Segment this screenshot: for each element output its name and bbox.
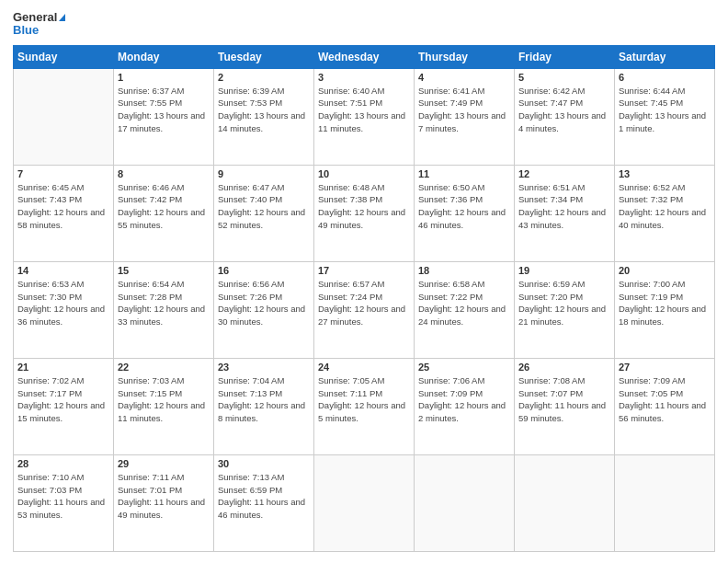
calendar-cell: 17Sunrise: 6:57 AMSunset: 7:24 PMDayligh…	[314, 261, 415, 358]
cell-info: Sunrise: 6:46 AMSunset: 7:42 PMDaylight:…	[118, 181, 210, 232]
weekday-header-sunday: Sunday	[14, 45, 114, 68]
day-number: 23	[218, 362, 310, 373]
cell-info: Sunrise: 6:50 AMSunset: 7:36 PMDaylight:…	[418, 181, 510, 232]
calendar-cell: 29Sunrise: 7:11 AMSunset: 7:01 PMDayligh…	[114, 454, 214, 551]
cell-info: Sunrise: 6:37 AMSunset: 7:55 PMDaylight:…	[118, 85, 210, 135]
day-number: 2	[218, 72, 310, 83]
cell-info: Sunrise: 6:56 AMSunset: 7:26 PMDaylight:…	[218, 278, 310, 328]
cell-info: Sunrise: 7:02 AMSunset: 7:17 PMDaylight:…	[17, 374, 109, 425]
day-number: 18	[418, 265, 510, 276]
weekday-header-thursday: Thursday	[415, 45, 515, 68]
calendar-cell: 26Sunrise: 7:08 AMSunset: 7:07 PMDayligh…	[515, 358, 615, 454]
logo-blue: Blue	[13, 24, 39, 37]
calendar-cell: 7Sunrise: 6:45 AMSunset: 7:43 PMDaylight…	[14, 165, 114, 261]
calendar-cell: 30Sunrise: 7:13 AMSunset: 6:59 PMDayligh…	[214, 454, 314, 551]
logo-general: General	[13, 11, 65, 24]
cell-info: Sunrise: 7:10 AMSunset: 7:03 PMDaylight:…	[17, 471, 109, 522]
week-row-2: 14Sunrise: 6:53 AMSunset: 7:30 PMDayligh…	[14, 261, 715, 358]
calendar-cell	[615, 454, 715, 551]
cell-info: Sunrise: 6:44 AMSunset: 7:45 PMDaylight:…	[619, 85, 711, 135]
calendar-cell: 14Sunrise: 6:53 AMSunset: 7:30 PMDayligh…	[14, 261, 114, 358]
week-row-4: 28Sunrise: 7:10 AMSunset: 7:03 PMDayligh…	[14, 454, 715, 551]
calendar-cell: 10Sunrise: 6:48 AMSunset: 7:38 PMDayligh…	[314, 165, 415, 261]
day-number: 16	[218, 265, 310, 276]
weekday-header-saturday: Saturday	[615, 45, 715, 68]
calendar-cell	[14, 68, 114, 165]
calendar-cell: 9Sunrise: 6:47 AMSunset: 7:40 PMDaylight…	[214, 165, 314, 261]
page: General Blue SundayMondayTuesdayWednesda…	[0, 0, 728, 563]
weekday-header-friday: Friday	[515, 45, 615, 68]
cell-info: Sunrise: 6:53 AMSunset: 7:30 PMDaylight:…	[17, 278, 109, 328]
day-number: 12	[518, 168, 610, 179]
day-number: 17	[318, 265, 410, 276]
cell-info: Sunrise: 6:47 AMSunset: 7:40 PMDaylight:…	[218, 181, 310, 232]
day-number: 7	[17, 168, 109, 179]
cell-info: Sunrise: 6:57 AMSunset: 7:24 PMDaylight:…	[318, 278, 410, 328]
calendar-cell: 8Sunrise: 6:46 AMSunset: 7:42 PMDaylight…	[114, 165, 214, 261]
calendar-cell: 21Sunrise: 7:02 AMSunset: 7:17 PMDayligh…	[14, 358, 114, 454]
calendar-cell: 5Sunrise: 6:42 AMSunset: 7:47 PMDaylight…	[515, 68, 615, 165]
calendar-table: SundayMondayTuesdayWednesdayThursdayFrid…	[13, 45, 715, 552]
weekday-header-monday: Monday	[114, 45, 214, 68]
weekday-header-wednesday: Wednesday	[314, 45, 415, 68]
day-number: 24	[318, 362, 410, 373]
cell-info: Sunrise: 6:48 AMSunset: 7:38 PMDaylight:…	[318, 181, 410, 232]
calendar-cell: 20Sunrise: 7:00 AMSunset: 7:19 PMDayligh…	[615, 261, 715, 358]
day-number: 19	[518, 265, 610, 276]
day-number: 13	[619, 168, 711, 179]
calendar-cell: 2Sunrise: 6:39 AMSunset: 7:53 PMDaylight…	[214, 68, 314, 165]
day-number: 6	[619, 72, 711, 83]
calendar-cell: 24Sunrise: 7:05 AMSunset: 7:11 PMDayligh…	[314, 358, 415, 454]
calendar-cell: 18Sunrise: 6:58 AMSunset: 7:22 PMDayligh…	[415, 261, 515, 358]
cell-info: Sunrise: 7:13 AMSunset: 6:59 PMDaylight:…	[218, 471, 310, 522]
cell-info: Sunrise: 6:54 AMSunset: 7:28 PMDaylight:…	[118, 278, 210, 328]
cell-info: Sunrise: 6:45 AMSunset: 7:43 PMDaylight:…	[17, 181, 109, 232]
day-number: 22	[118, 362, 210, 373]
cell-info: Sunrise: 7:11 AMSunset: 7:01 PMDaylight:…	[118, 471, 210, 522]
day-number: 21	[17, 362, 109, 373]
day-number: 5	[518, 72, 610, 83]
day-number: 26	[518, 362, 610, 373]
calendar-cell: 13Sunrise: 6:52 AMSunset: 7:32 PMDayligh…	[615, 165, 715, 261]
calendar-cell	[515, 454, 615, 551]
calendar-cell: 1Sunrise: 6:37 AMSunset: 7:55 PMDaylight…	[114, 68, 214, 165]
weekday-header-tuesday: Tuesday	[214, 45, 314, 68]
cell-info: Sunrise: 6:59 AMSunset: 7:20 PMDaylight:…	[518, 278, 610, 328]
header: General Blue	[13, 11, 715, 38]
day-number: 9	[218, 168, 310, 179]
cell-info: Sunrise: 6:39 AMSunset: 7:53 PMDaylight:…	[218, 85, 310, 135]
cell-info: Sunrise: 7:05 AMSunset: 7:11 PMDaylight:…	[318, 374, 410, 425]
day-number: 8	[118, 168, 210, 179]
day-number: 15	[118, 265, 210, 276]
cell-info: Sunrise: 7:08 AMSunset: 7:07 PMDaylight:…	[518, 374, 610, 425]
cell-info: Sunrise: 6:41 AMSunset: 7:49 PMDaylight:…	[418, 85, 510, 135]
day-number: 29	[118, 458, 210, 469]
calendar-cell: 6Sunrise: 6:44 AMSunset: 7:45 PMDaylight…	[615, 68, 715, 165]
cell-info: Sunrise: 7:03 AMSunset: 7:15 PMDaylight:…	[118, 374, 210, 425]
week-row-0: 1Sunrise: 6:37 AMSunset: 7:55 PMDaylight…	[14, 68, 715, 165]
logo: General Blue	[13, 11, 65, 38]
day-number: 3	[318, 72, 410, 83]
cell-info: Sunrise: 6:51 AMSunset: 7:34 PMDaylight:…	[518, 181, 610, 232]
cell-info: Sunrise: 6:52 AMSunset: 7:32 PMDaylight:…	[619, 181, 711, 232]
day-number: 14	[17, 265, 109, 276]
calendar-cell: 15Sunrise: 6:54 AMSunset: 7:28 PMDayligh…	[114, 261, 214, 358]
calendar-cell: 4Sunrise: 6:41 AMSunset: 7:49 PMDaylight…	[415, 68, 515, 165]
day-number: 11	[418, 168, 510, 179]
logo-text-block: General Blue	[13, 11, 65, 38]
calendar-cell	[415, 454, 515, 551]
cell-info: Sunrise: 6:40 AMSunset: 7:51 PMDaylight:…	[318, 85, 410, 135]
weekday-header-row: SundayMondayTuesdayWednesdayThursdayFrid…	[14, 45, 715, 68]
cell-info: Sunrise: 7:09 AMSunset: 7:05 PMDaylight:…	[619, 374, 711, 425]
calendar-cell: 25Sunrise: 7:06 AMSunset: 7:09 PMDayligh…	[415, 358, 515, 454]
cell-info: Sunrise: 7:00 AMSunset: 7:19 PMDaylight:…	[619, 278, 711, 328]
day-number: 1	[118, 72, 210, 83]
calendar-cell: 23Sunrise: 7:04 AMSunset: 7:13 PMDayligh…	[214, 358, 314, 454]
day-number: 20	[619, 265, 711, 276]
day-number: 27	[619, 362, 711, 373]
calendar-cell: 22Sunrise: 7:03 AMSunset: 7:15 PMDayligh…	[114, 358, 214, 454]
calendar-cell	[314, 454, 415, 551]
day-number: 25	[418, 362, 510, 373]
cell-info: Sunrise: 6:42 AMSunset: 7:47 PMDaylight:…	[518, 85, 610, 135]
day-number: 28	[17, 458, 109, 469]
